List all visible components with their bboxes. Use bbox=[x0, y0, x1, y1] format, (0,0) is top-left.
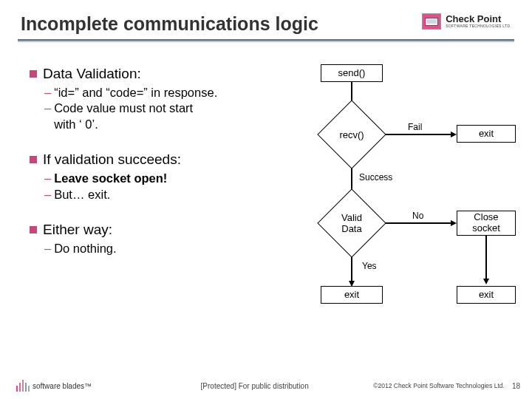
arrowhead-icon bbox=[483, 279, 489, 284]
bullet-2: If validation succeeds: bbox=[30, 151, 272, 168]
page-number: 18 bbox=[512, 382, 520, 390]
bullet-1-sub-2: –Code value must not startwith ‘ 0’. bbox=[44, 100, 272, 132]
footer: software blades™ [Protected] For public … bbox=[0, 380, 532, 392]
node-exit-yes: exit bbox=[321, 286, 383, 304]
edge-valid-no bbox=[386, 222, 452, 224]
bullet-3-sub-1: –Do nothing. bbox=[44, 241, 272, 256]
edge-valid-yes bbox=[351, 257, 352, 282]
node-close: Close socket bbox=[457, 211, 516, 236]
bullet-2-sub-2: –But… exit. bbox=[44, 187, 272, 202]
edge-recv-fail bbox=[386, 134, 452, 135]
bullet-1: Data Validation: bbox=[30, 66, 272, 82]
square-bullet-icon bbox=[30, 156, 37, 163]
edge-label-yes: Yes bbox=[362, 261, 377, 271]
checkpoint-icon bbox=[422, 13, 441, 30]
bullet-3: Either way: bbox=[30, 222, 272, 238]
square-bullet-icon bbox=[30, 70, 37, 78]
bullet-1-head: Data Validation: bbox=[43, 66, 141, 82]
flowchart: send() recv() Fail exit Success Valid Da… bbox=[276, 64, 522, 330]
content: Data Validation: –“id=” and “code=” in r… bbox=[0, 42, 532, 330]
header: Incomplete communications logic Check Po… bbox=[0, 0, 532, 35]
node-recv bbox=[317, 100, 386, 168]
node-valid bbox=[317, 188, 386, 257]
logo-main-text: Check Point bbox=[446, 14, 511, 24]
software-blades-logo: software blades™ bbox=[16, 380, 92, 392]
bullet-1-sub-1: –“id=” and “code=” in response. bbox=[44, 85, 272, 100]
edge-close-exit bbox=[485, 236, 487, 280]
page-title: Incomplete communications logic bbox=[21, 13, 318, 35]
arrowhead-icon bbox=[451, 220, 457, 226]
bullet-list: Data Validation: –“id=” and “code=” in r… bbox=[30, 64, 272, 330]
square-bullet-icon bbox=[30, 226, 37, 233]
edge-label-no: No bbox=[412, 211, 423, 221]
bullet-3-head: Either way: bbox=[43, 222, 112, 238]
bars-icon bbox=[16, 380, 30, 392]
bullet-2-head: If validation succeeds: bbox=[43, 151, 181, 168]
arrowhead-icon bbox=[451, 132, 457, 137]
node-send: send() bbox=[321, 64, 383, 82]
brand-logo: Check Point SOFTWARE TECHNOLOGIES LTD. bbox=[422, 13, 511, 30]
node-exit-close: exit bbox=[457, 286, 516, 304]
svg-rect-1 bbox=[426, 19, 437, 24]
copyright: ©2012 Check Point Software Technologies … bbox=[373, 382, 505, 389]
edge-label-fail: Fail bbox=[408, 122, 422, 132]
node-exit-fail: exit bbox=[457, 125, 516, 143]
classification-label: [Protected] For public distribution bbox=[201, 382, 309, 390]
edge-label-success: Success bbox=[359, 172, 392, 183]
logo-sub-text: SOFTWARE TECHNOLOGIES LTD. bbox=[446, 24, 511, 29]
bullet-2-sub-1: –Leave socket open! bbox=[44, 171, 272, 186]
sw-text: software blades™ bbox=[33, 382, 92, 390]
